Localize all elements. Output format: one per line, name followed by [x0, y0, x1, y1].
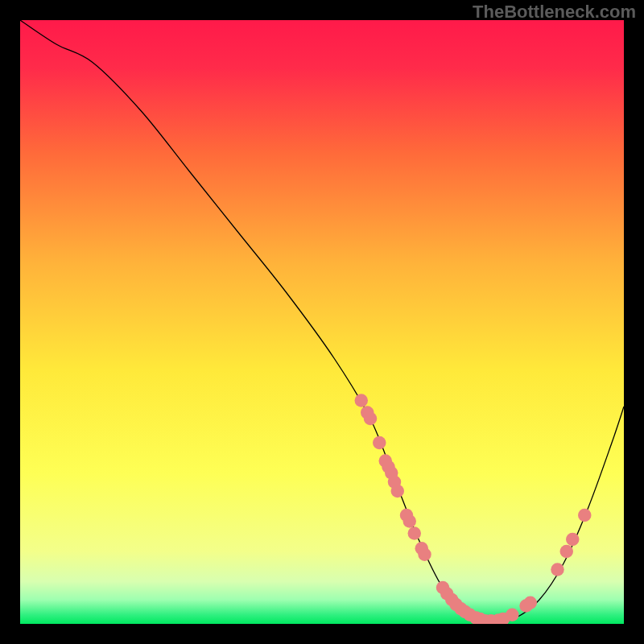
watermark-text: TheBottleneck.com	[473, 2, 636, 23]
marker-dot	[403, 514, 417, 528]
marker-dot	[524, 597, 538, 610]
marker-dot	[578, 509, 592, 522]
marker-dot	[551, 563, 564, 576]
chart-svg	[20, 20, 624, 624]
marker-dot	[373, 436, 386, 450]
marker-dot	[391, 485, 405, 498]
marker-dot	[355, 394, 369, 407]
chart-plot-area	[20, 20, 624, 624]
marker-dot	[506, 609, 519, 622]
marker-dot	[408, 526, 421, 540]
marker-dot	[566, 533, 580, 547]
marker-dot	[364, 412, 378, 426]
marker-dot	[418, 548, 431, 562]
marker-dot	[560, 545, 574, 559]
chart-background	[20, 20, 624, 624]
